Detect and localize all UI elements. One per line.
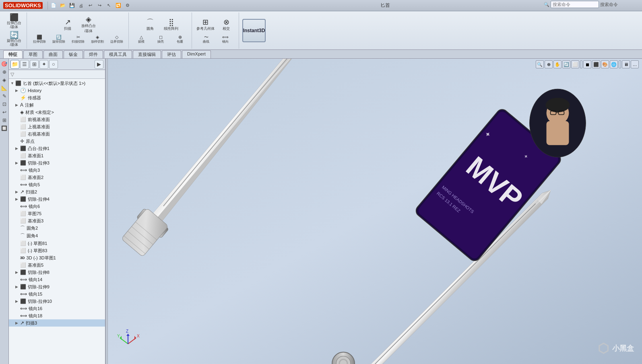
boundary-cut-btn[interactable]: ◇ 边界切除 bbox=[107, 34, 126, 45]
linear-pattern-btn[interactable]: ⣿ 线性阵列 bbox=[161, 16, 181, 33]
select-btn[interactable]: ↖ bbox=[105, 2, 113, 10]
sidebar-icon-2[interactable]: ⊕ bbox=[1, 68, 8, 76]
shell-btn[interactable]: ◻ 抽壳 bbox=[151, 34, 170, 45]
tab-sheet-metal[interactable]: 钣金 bbox=[64, 50, 83, 58]
sweep-btn[interactable]: ↗ 扫描 bbox=[58, 16, 78, 33]
tree-item-front-plane[interactable]: ⬜ 前视基准面 bbox=[9, 116, 105, 123]
tree-item-sketch83[interactable]: ⬜ (-) 草图83 bbox=[9, 247, 105, 254]
tree-tab-features[interactable]: 📁 bbox=[10, 60, 19, 69]
view-display-btn[interactable]: ◼ bbox=[583, 60, 591, 68]
tree-content[interactable]: ▼ ⬛ 匕首 (默认<<默认>显示状态 1>) ▶ 🕐 History ⚡ 传感… bbox=[9, 79, 105, 364]
tree-item-mirror3[interactable]: ⟺ 镜向3 bbox=[9, 167, 105, 174]
loft-boss-btn[interactable]: ◈ 放样凸台/基体 bbox=[78, 16, 99, 33]
search-input[interactable] bbox=[551, 1, 599, 8]
new-btn[interactable]: 📄 bbox=[50, 2, 58, 10]
wrap-btn[interactable]: ⊕ 包覆 bbox=[171, 34, 189, 45]
tab-evaluate[interactable]: 评估 bbox=[162, 50, 181, 58]
tree-item-sketch75[interactable]: ⬜ 草图75 bbox=[9, 210, 105, 217]
tree-item-fillet4[interactable]: ⌒ 圆角4 bbox=[9, 232, 105, 240]
save-btn[interactable]: 💾 bbox=[68, 2, 76, 10]
sidebar-icon-4[interactable]: 📐 bbox=[1, 84, 8, 92]
options-btn[interactable]: ⚙ bbox=[124, 2, 132, 10]
tree-item-top-plane[interactable]: ⬜ 上视基准面 bbox=[9, 123, 105, 130]
tab-mold-tools[interactable]: 模具工具 bbox=[104, 50, 132, 58]
tree-item-3dsketch1[interactable]: 3D 3D (-) 3D草图1 bbox=[9, 254, 105, 261]
tree-item-fillet2[interactable]: ⌒ 圆角2 bbox=[9, 224, 105, 232]
tree-item-mirror18[interactable]: ⟺ 镜向18 bbox=[9, 312, 105, 319]
tree-item-annotation[interactable]: ▶ A 注解 bbox=[9, 101, 105, 109]
tree-item-mirror14[interactable]: ⟺ 镜向14 bbox=[9, 276, 105, 283]
tree-item-boss-extrude1[interactable]: ▶ ⬛ 凸台-拉伸1 bbox=[9, 145, 105, 152]
tab-features[interactable]: 特征 bbox=[3, 50, 23, 58]
rebuild-btn[interactable]: 🔁 bbox=[114, 2, 122, 10]
sidebar-icon-7[interactable]: ↩ bbox=[1, 109, 8, 116]
sweep-cut-btn[interactable]: ✂ 扫描切除 bbox=[69, 34, 87, 45]
tree-item-material[interactable]: ◈ 材质 <未指定> bbox=[9, 109, 105, 116]
tree-item-cut-extrude3[interactable]: ▶ ⬛ 切除-拉伸3 bbox=[9, 159, 105, 167]
tree-item-mirror16[interactable]: ⟺ 镜向16 bbox=[9, 305, 105, 312]
tree-item-plane5[interactable]: ⬜ 基准面5 bbox=[9, 261, 105, 269]
redo-btn[interactable]: ↪ bbox=[96, 2, 104, 10]
tree-tab-dimxpert[interactable]: ✦ bbox=[39, 60, 48, 69]
view-zoom-btn[interactable]: 🔍 bbox=[536, 60, 544, 68]
view-zoom2-btn[interactable]: ⊕ bbox=[545, 60, 553, 68]
tree-item-right-plane[interactable]: ⬜ 右视基准面 bbox=[9, 130, 105, 138]
tree-item-sensor[interactable]: ⚡ 传感器 bbox=[9, 94, 105, 101]
revolve-cut-btn[interactable]: 🔃 旋转切除 bbox=[50, 34, 68, 45]
tree-item-history[interactable]: ▶ 🕐 History bbox=[9, 87, 105, 94]
view-wireframe-btn[interactable]: ⬛ bbox=[592, 60, 600, 68]
loft-cut-btn[interactable]: ◈ 放样切割 bbox=[88, 34, 107, 45]
tab-direct-edit[interactable]: 直接编辑 bbox=[133, 50, 161, 58]
tree-item-origin[interactable]: ✛ 原点 bbox=[9, 138, 105, 145]
view-pan-btn[interactable]: ✋ bbox=[553, 60, 561, 68]
extrude-boss-btn[interactable]: ⬛ 拉伸凸台/基体 bbox=[4, 13, 24, 30]
tree-root[interactable]: ▼ ⬛ 匕首 (默认<<默认>显示状态 1>) bbox=[9, 80, 105, 87]
view-color-btn[interactable]: 🎨 bbox=[601, 60, 609, 68]
tree-tab-properties[interactable]: ☰ bbox=[20, 60, 29, 69]
view-scene-btn[interactable]: 🌐 bbox=[610, 60, 618, 68]
tree-item-mirror6[interactable]: ⟺ 镜向6 bbox=[9, 203, 105, 210]
sidebar-icon-5[interactable]: ✎ bbox=[1, 93, 8, 100]
curves-btn[interactable]: 〜 曲线 bbox=[197, 34, 215, 45]
3d-viewport[interactable]: 🔍 ⊕ ✋ 🔄 ⬜ ◼ ⬛ 🎨 🌐 🖥 … bbox=[108, 59, 642, 364]
tab-sketch[interactable]: 草图 bbox=[23, 50, 43, 58]
mirror-btn[interactable]: ⟺ 镜向 bbox=[216, 34, 235, 45]
open-btn[interactable]: 📂 bbox=[59, 2, 67, 10]
view-screen-btn[interactable]: 🖥 bbox=[622, 60, 630, 68]
tree-item-plane2[interactable]: ⬜ 基准面2 bbox=[9, 174, 105, 181]
fillet-btn[interactable]: ⌒ 圆角 bbox=[140, 16, 160, 33]
sidebar-icon-6[interactable]: ⊡ bbox=[1, 101, 8, 108]
instant3d-btn[interactable]: Instant3D bbox=[242, 19, 266, 42]
extrude-cut-btn[interactable]: ⬛ 拉伸切除 bbox=[30, 34, 49, 45]
tree-expand-btn[interactable]: ▶ bbox=[95, 60, 103, 69]
tab-surface[interactable]: 曲面 bbox=[43, 50, 63, 58]
sidebar-icon-1[interactable]: 🎯 bbox=[1, 60, 8, 68]
tree-item-mirror5[interactable]: ⟺ 镜向5 bbox=[9, 181, 105, 188]
draft-btn[interactable]: △ 拔模 bbox=[132, 34, 151, 45]
tree-item-sweep3[interactable]: ▶ ↗ 扫描3 bbox=[9, 319, 105, 327]
tree-item-cut-extrude4[interactable]: ▶ ⬛ 切除-拉伸4 bbox=[9, 195, 105, 203]
view-section-btn[interactable]: ⬜ bbox=[571, 60, 579, 68]
tree-item-cut-extrude10[interactable]: ▶ ⬛ 切除-拉伸10 bbox=[9, 298, 105, 305]
tree-item-mirror15[interactable]: ⟺ 镜向15 bbox=[9, 290, 105, 298]
sidebar-icon-3[interactable]: ◈ bbox=[1, 76, 8, 84]
undo-btn[interactable]: ↩ bbox=[87, 2, 95, 10]
print-btn[interactable]: 🖨 bbox=[77, 2, 85, 10]
tab-dimxpert[interactable]: DimXpert bbox=[182, 50, 211, 58]
intersect-btn[interactable]: ⊗ 相交 bbox=[216, 16, 236, 33]
tree-item-sketch81[interactable]: ⬜ (-) 草图81 bbox=[9, 240, 105, 247]
view-rotate-btn[interactable]: 🔄 bbox=[562, 60, 570, 68]
tab-weldments[interactable]: 焊件 bbox=[84, 50, 103, 58]
tree-item-sweep2[interactable]: ▶ ↗ 扫描2 bbox=[9, 188, 105, 195]
sidebar-icon-9[interactable]: 🔲 bbox=[1, 125, 8, 132]
view-more-btn[interactable]: … bbox=[631, 60, 639, 68]
tree-item-cut-extrude9[interactable]: ▶ ⬛ 切除-拉伸9 bbox=[9, 283, 105, 290]
sidebar-icon-8[interactable]: ⊞ bbox=[1, 117, 8, 124]
tree-tab-appearance[interactable]: ○ bbox=[49, 60, 58, 69]
tree-item-plane3[interactable]: ⬜ 基准面3 bbox=[9, 217, 105, 224]
ref-geometry-btn[interactable]: ⊞ 参考几何体 bbox=[195, 16, 215, 33]
tree-tab-config[interactable]: ⊞ bbox=[30, 60, 39, 69]
tree-item-cut-extrude8[interactable]: ▶ ⬛ 切除-拉伸8 bbox=[9, 269, 105, 276]
tree-item-plane1[interactable]: ⬜ 基准面1 bbox=[9, 152, 105, 159]
revolve-boss-btn[interactable]: 🔄 旋转凸台/基体 bbox=[4, 31, 24, 48]
